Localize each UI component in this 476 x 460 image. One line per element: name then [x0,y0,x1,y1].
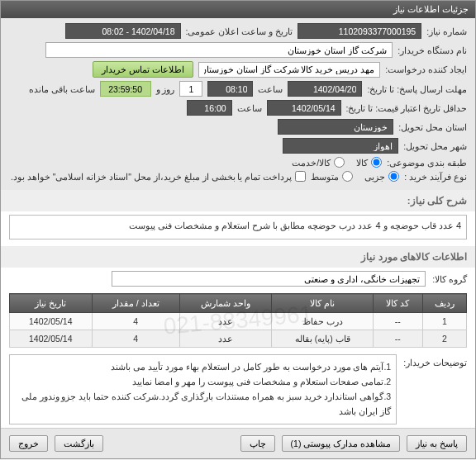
th-code: کد کالا [373,294,422,313]
remain-field [100,81,151,97]
cat-radio-group: کالا کالا/خدمت [292,157,382,168]
print-button[interactable]: چاپ [240,435,275,452]
city-field [283,138,398,154]
org-field [45,42,393,58]
table-row[interactable]: 2 -- قاب (پایه) بقاله عدد 4 1402/05/14 [10,330,467,348]
province-label: استان محل تحویل: [398,122,467,132]
proc-mid-input[interactable] [342,171,353,182]
proc-part-input[interactable] [388,171,399,182]
th-unit: واحد شمارش [179,294,271,313]
back-button[interactable]: بازگشت [55,435,103,452]
th-date: تاریخ نیاز [10,294,93,313]
exit-button[interactable]: خروج [9,435,48,452]
payment-check[interactable]: پرداخت تمام یا بخشی از مبلغ خرید،از محل … [11,171,306,182]
day-label: روز و [156,84,175,94]
th-row: ردیف [422,294,466,313]
cat-service-input[interactable] [334,157,345,168]
items-section-title: اطلاعات کالاهای مورد نیاز [1,246,475,268]
announce-field [65,23,181,39]
proc-radio-group: جزیی متوسط [311,171,399,182]
group-field [112,271,426,287]
cat-service-radio[interactable]: کالا/خدمت [292,157,345,168]
province-field [278,119,393,135]
time-label-2: ساعت [237,103,262,113]
remain-label: ساعت باقی مانده [29,84,95,94]
deadline-label: مهلت ارسال پاسخ: تا تاریخ: [367,84,467,94]
window-title: جزئیات اطلاعات نیاز [393,4,469,15]
items-table: ردیف کد کالا نام کالا واحد شمارش تعداد /… [9,293,467,348]
cat-goods-input[interactable] [371,157,382,168]
cat-label: طبقه بندی موضوعی: [387,158,467,168]
creator-label: ایجاد کننده درخواست: [385,64,467,74]
titlebar: جزئیات اطلاعات نیاز [1,1,475,18]
payment-checkbox-input[interactable] [295,171,306,182]
time-label-1: ساعت [258,84,283,94]
contact-button[interactable]: اطلاعات تماس خریدار [93,61,193,78]
valid-time-field [187,100,232,116]
need-no-field [298,23,421,39]
cat-goods-radio[interactable]: کالا [356,157,382,168]
th-qty: تعداد / مقدار [92,294,179,313]
desc-title: شرح کلی نیاز: [1,190,475,211]
days-field [179,81,202,97]
announce-label: تاریخ و ساعت اعلان عمومی: [186,26,293,36]
proc-label: نوع فرآیند خرید : [404,172,467,182]
valid-label: حداقل تاریخ اعتبار قیمت: تا تاریخ: [346,103,467,113]
need-no-label: شماره نیاز: [426,26,467,36]
group-label: گروه کالا: [432,274,467,284]
th-name: نام کالا [272,294,374,313]
buyer-desc-box: 1.آیتم های مورد درخواست به طور کامل در ا… [9,354,397,424]
desc-box: 4 عدد قاب حوضچه و 4 عدد درب حوضچه مطابق … [9,215,467,239]
valid-date-field [267,100,341,116]
org-label: نام دستگاه خریدار: [397,45,467,55]
buyer-desc-label: توضیحات خریدار: [403,354,467,368]
reply-button[interactable]: پاسخ به نیاز [407,435,467,452]
proc-mid-radio[interactable]: متوسط [311,171,353,182]
attachments-button[interactable]: مشاهده مدارک پیوستی (1) [282,435,401,452]
deadline-date-field [288,81,362,97]
creator-field [198,62,380,78]
deadline-time-field [207,81,253,97]
table-row[interactable]: 1 -- درب حفاظ عدد 4 1402/05/14 [10,313,467,330]
proc-part-radio[interactable]: جزیی [364,171,399,182]
city-label: شهر محل تحویل: [403,141,467,151]
